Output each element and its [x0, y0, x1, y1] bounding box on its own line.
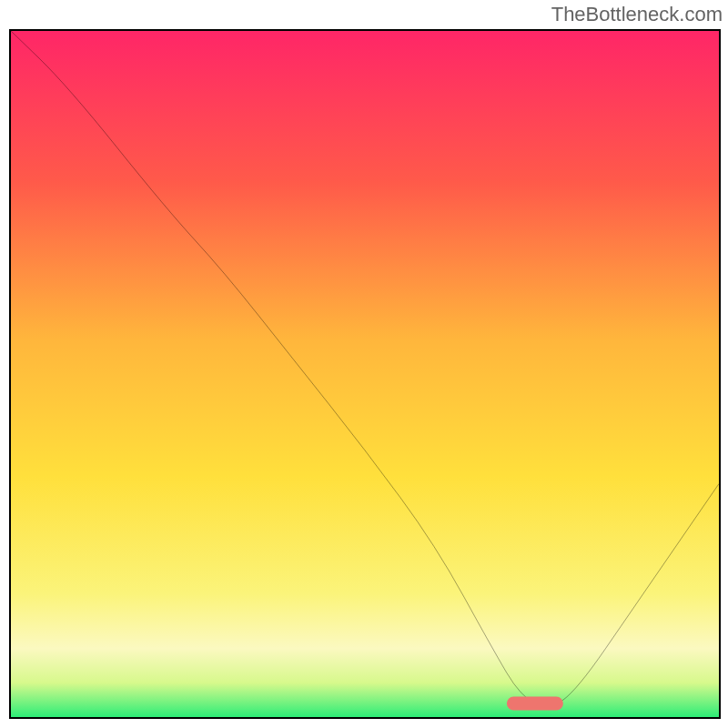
- chart-plot: [11, 31, 719, 717]
- watermark-text: TheBottleneck.com: [551, 3, 723, 26]
- gradient-background: [11, 31, 719, 717]
- chart-frame: [9, 29, 721, 719]
- optimal-marker: [507, 696, 563, 710]
- svg-rect-0: [11, 31, 719, 717]
